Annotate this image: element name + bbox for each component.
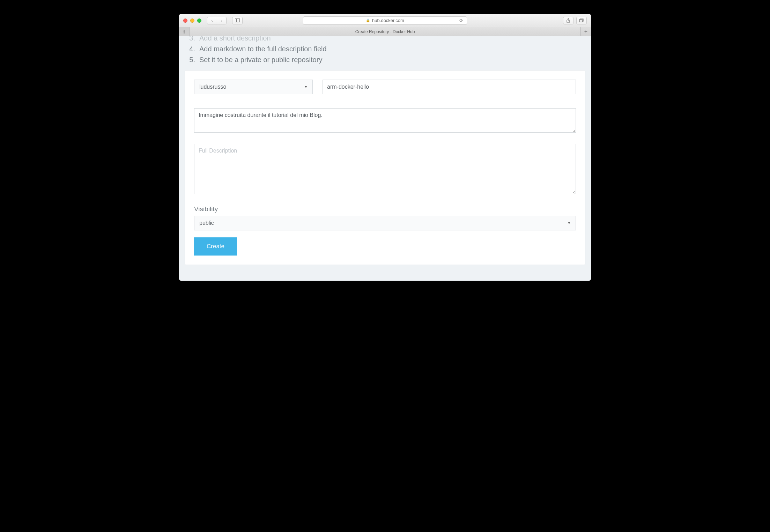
step-number: 4. [187, 44, 195, 54]
svg-rect-0 [235, 19, 240, 22]
step-text: Add markdown to the full description fie… [199, 44, 327, 54]
reload-icon[interactable]: ⟳ [459, 18, 463, 23]
step-4: 4. Add markdown to the full description … [187, 44, 585, 54]
name-row: ludusrusso ▼ [194, 80, 576, 94]
lock-icon: 🔒 [366, 19, 370, 22]
tabs-button[interactable] [576, 17, 587, 24]
titlebar: ‹ › 🔒 hub.docker.com ⟳ [179, 14, 591, 27]
namespace-select[interactable]: ludusrusso ▼ [194, 80, 313, 94]
back-button[interactable]: ‹ [207, 17, 217, 24]
sidebar-icon [235, 19, 240, 22]
chevron-right-icon: › [221, 18, 222, 23]
facebook-icon: f [183, 29, 185, 35]
namespace-value: ludusrusso [199, 84, 226, 90]
tabs-icon [579, 19, 584, 23]
share-icon [566, 18, 570, 23]
plus-icon: + [584, 29, 587, 35]
chevron-left-icon: ‹ [211, 18, 213, 23]
step-number: 3. [187, 36, 195, 44]
short-description-input[interactable] [194, 108, 576, 133]
step-number: 5. [187, 54, 195, 65]
svg-rect-3 [579, 20, 583, 22]
active-tab[interactable]: Create Repository - Docker Hub [190, 27, 580, 36]
step-5: 5. Set it to be a private or public repo… [187, 54, 585, 65]
visibility-value: public [199, 220, 214, 226]
address-bar[interactable]: 🔒 hub.docker.com ⟳ [303, 16, 467, 25]
close-window-icon[interactable] [183, 19, 187, 23]
visibility-label: Visibility [194, 205, 576, 213]
maximize-window-icon[interactable] [197, 19, 201, 23]
nav-arrows: ‹ › [207, 17, 227, 24]
toolbar-right [563, 17, 587, 24]
caret-down-icon: ▼ [568, 221, 571, 225]
full-description-input[interactable] [194, 144, 576, 194]
url-host: hub.docker.com [372, 18, 404, 23]
step-text: Add a short description [199, 36, 271, 44]
step-3: 3. Add a short description [187, 36, 585, 44]
minimize-window-icon[interactable] [190, 19, 194, 23]
new-tab-button[interactable]: + [580, 27, 591, 36]
step-text: Set it to be a private or public reposit… [199, 54, 322, 65]
page-content: 3. Add a short description 4. Add markdo… [179, 36, 591, 281]
tab-title: Create Repository - Docker Hub [355, 29, 415, 34]
visibility-select[interactable]: public ▼ [194, 216, 576, 230]
forward-button[interactable]: › [217, 17, 227, 24]
pinned-tab-facebook[interactable]: f [179, 27, 190, 36]
caret-down-icon: ▼ [304, 85, 308, 89]
share-button[interactable] [563, 17, 573, 24]
create-repo-form: ludusrusso ▼ Visibility public ▼ Create [185, 70, 585, 265]
sidebar-toggle-button[interactable] [232, 17, 243, 24]
browser-window: ‹ › 🔒 hub.docker.com ⟳ [179, 14, 591, 281]
repo-name-input[interactable] [323, 80, 576, 94]
create-button[interactable]: Create [194, 237, 237, 256]
tab-bar: f Create Repository - Docker Hub + [179, 27, 591, 36]
window-controls [183, 19, 201, 23]
instruction-list: 3. Add a short description 4. Add markdo… [185, 36, 585, 70]
